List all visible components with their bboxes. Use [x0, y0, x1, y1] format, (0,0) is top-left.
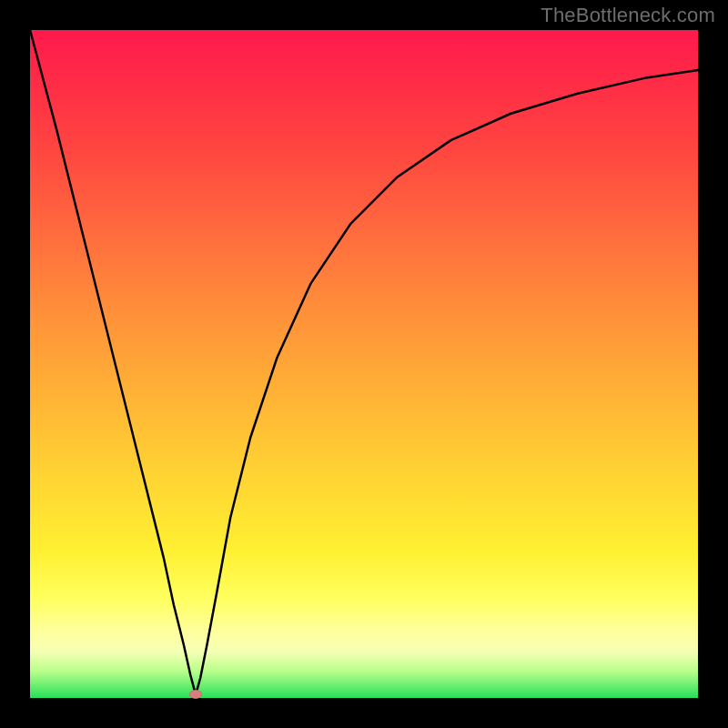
- optimum-marker: [189, 690, 202, 699]
- chart-frame: TheBottleneck.com: [0, 0, 728, 728]
- bottleneck-curve: [30, 30, 698, 698]
- plot-area: [30, 30, 698, 698]
- curve-path: [30, 30, 698, 694]
- watermark-text: TheBottleneck.com: [541, 4, 715, 27]
